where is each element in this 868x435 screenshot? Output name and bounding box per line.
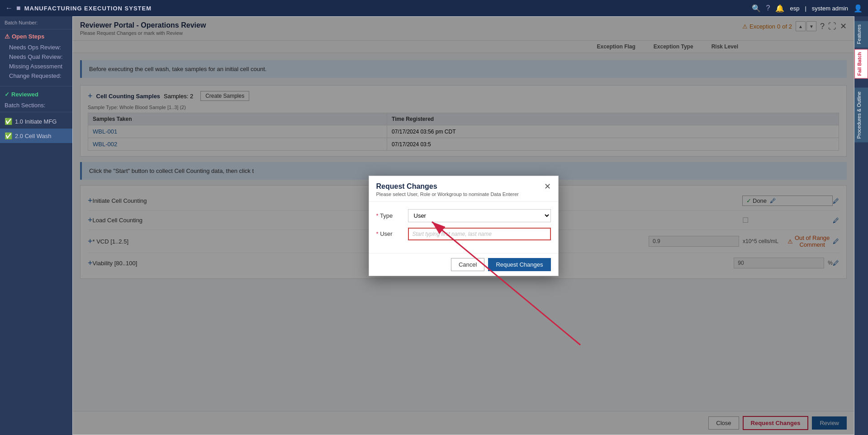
main-layout: Batch Number: ⚠ Open Steps Needs Ops Rev…: [0, 16, 868, 435]
modal-header: Request Changes Please select User, Role…: [369, 176, 558, 202]
step-check-initiate: ✅: [5, 118, 12, 125]
app-icon: ■: [16, 4, 21, 12]
nav-left: ← ■ MANUFACTURING EXECUTION SYSTEM: [5, 4, 152, 12]
modal-cancel-button[interactable]: Cancel: [451, 258, 484, 271]
notification-icon[interactable]: 🔔: [775, 4, 784, 13]
user-input[interactable]: [408, 228, 551, 240]
modal-title: Request Changes: [376, 182, 519, 191]
sidebar-reviewed: ✓ Reviewed: [0, 88, 72, 100]
modal-body: Type User Role Workgroup User: [369, 202, 558, 253]
right-panel: Features Fail Batch Procedures & Outline: [854, 16, 868, 435]
user-role: system admin: [812, 5, 848, 12]
check-icon: ✓: [5, 91, 9, 98]
modal-overlay: Request Changes Please select User, Role…: [73, 17, 854, 435]
sidebar-step-initiate[interactable]: ✅ 1.0 Initiate MFG: [0, 114, 72, 129]
modal-request-changes-button[interactable]: Request Changes: [488, 258, 550, 271]
sidebar-needs-qual: Needs Qual Review:: [5, 52, 68, 62]
sidebar-batch-number: Batch Number:: [0, 16, 72, 29]
portal-window: Reviewer Portal - Operations Review Plea…: [72, 16, 854, 435]
top-nav: ← ■ MANUFACTURING EXECUTION SYSTEM 🔍 ? 🔔…: [0, 0, 868, 16]
step-check-cellwash: ✅: [5, 132, 12, 139]
modal-close-button[interactable]: ✕: [544, 182, 551, 191]
sidebar-missing-assessment: Missing Assessment: [5, 62, 68, 71]
search-icon[interactable]: 🔍: [752, 4, 761, 13]
sidebar-divider-1: [0, 86, 72, 86]
sidebar-change-requested: Change Requested:: [5, 71, 68, 81]
modal-subtitle: Please select User, Role or Workgroup to…: [376, 191, 519, 197]
sidebar: Batch Number: ⚠ Open Steps Needs Ops Rev…: [0, 16, 72, 435]
sidebar-divider-2: [0, 112, 72, 112]
sidebar-open-steps: ⚠ Open Steps Needs Ops Review: Needs Qua…: [0, 29, 72, 84]
modal-footer: Cancel Request Changes: [369, 253, 558, 276]
user-initials: esp: [790, 5, 799, 12]
portal-wrapper: Reviewer Portal - Operations Review Plea…: [72, 16, 854, 435]
help-icon[interactable]: ?: [766, 4, 770, 12]
fail-batch-button[interactable]: Fail Batch: [854, 49, 868, 79]
user-avatar-icon[interactable]: 👤: [854, 4, 863, 13]
open-steps-title: ⚠ Open Steps: [5, 33, 68, 40]
user-label: User: [376, 230, 408, 237]
back-icon[interactable]: ←: [5, 4, 13, 12]
type-form-row: Type User Role Workgroup: [376, 209, 551, 222]
content-area: Reviewer Portal - Operations Review Plea…: [72, 16, 854, 435]
warning-icon: ⚠: [5, 33, 10, 40]
sidebar-step-cellwash[interactable]: ✅ 2.0 Cell Wash: [0, 129, 72, 143]
app-title: MANUFACTURING EXECUTION SYSTEM: [24, 5, 152, 12]
features-tab-button[interactable]: Features: [854, 21, 868, 48]
sidebar-needs-ops: Needs Ops Review:: [5, 43, 68, 52]
request-changes-modal: Request Changes Please select User, Role…: [369, 176, 559, 276]
sidebar-batch-sections: Batch Sections:: [0, 100, 72, 110]
procedures-tab-button[interactable]: Procedures & Outline: [854, 88, 868, 143]
modal-title-group: Request Changes Please select User, Role…: [376, 182, 519, 197]
nav-right: 🔍 ? 🔔 esp | system admin 👤: [752, 4, 863, 13]
user-separator: |: [805, 5, 806, 12]
type-select[interactable]: User Role Workgroup: [408, 209, 551, 222]
type-label: Type: [376, 212, 408, 219]
user-form-row: User: [376, 228, 551, 240]
